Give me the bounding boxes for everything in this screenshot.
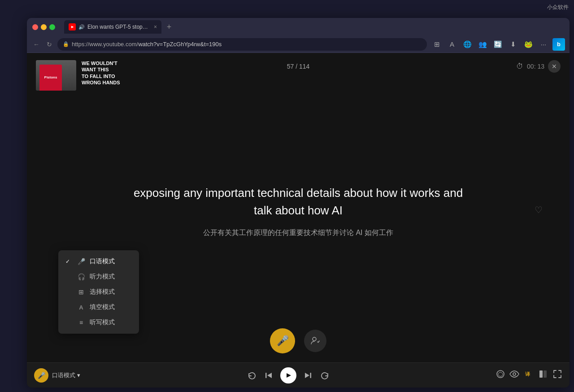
timer-text: 00: 13 [527, 63, 544, 70]
fill-label: 填空模式 [90, 303, 115, 311]
fill-icon: A [77, 304, 85, 311]
download-icon[interactable]: ⬇ [507, 38, 519, 51]
dictation-label: 听写模式 [90, 318, 115, 327]
active-tab[interactable]: 🔊 Elon wants GPT-5 stoppe... × [64, 20, 161, 34]
subtitle-chinese: 公开有关其工作原理的任何重要技术细节并讨论 AI 如何工作 [203, 228, 393, 238]
speaking-label: 口语模式 [90, 257, 115, 266]
slide-counter: 57 / 114 [287, 63, 310, 70]
mode-speaking[interactable]: ✓ 🎤 口语模式 [58, 254, 139, 269]
top-right-controls: ⏱ 00: 13 ✕ [516, 60, 561, 73]
next-button[interactable] [304, 371, 313, 380]
youtube-favicon [69, 23, 76, 30]
address-bar: ← ↻ 🔒 https://www.youtube.com/watch?v=Tp… [27, 36, 570, 53]
heart-icon[interactable]: ♡ [535, 205, 543, 215]
lock-icon: 🔒 [63, 41, 69, 47]
reader-icon[interactable]: A [446, 38, 458, 51]
no-check-2 [65, 289, 73, 295]
svg-rect-10 [544, 370, 547, 378]
frog-icon[interactable]: 🐸 [522, 38, 535, 51]
no-check [65, 274, 73, 280]
mode-selection[interactable]: ⊞ 选择模式 [58, 284, 139, 300]
bottom-mic-button[interactable]: 🎤 [34, 368, 48, 383]
svg-rect-9 [539, 370, 543, 378]
svg-point-7 [513, 373, 516, 375]
forward-button[interactable] [320, 370, 330, 380]
layout-button[interactable] [538, 369, 548, 381]
playback-controls [82, 367, 494, 383]
timer-display: 00: 13 [527, 63, 544, 70]
tab-bar: 🔊 Elon wants GPT-5 stoppe... × + [64, 20, 175, 34]
more-icon[interactable]: ··· [537, 38, 550, 51]
svg-point-0 [313, 337, 316, 341]
fullscreen-button[interactable] [552, 369, 562, 381]
grid-icon[interactable]: ⊞ [430, 38, 443, 51]
url-path: watch?v=TpZcGhYp4rw&t=190s [138, 41, 222, 48]
listening-icon: 🎧 [77, 273, 85, 280]
top-bar: Pistons WE WOULDN'TWANT THISTO FALL INTO… [27, 53, 570, 98]
timer-icon[interactable]: ⏱ [516, 62, 523, 70]
svg-marker-3 [287, 373, 291, 378]
prev-button[interactable] [264, 371, 273, 380]
listening-label: 听力模式 [90, 273, 115, 281]
tab-close-button[interactable]: × [154, 24, 157, 30]
traffic-lights [32, 24, 55, 30]
tab-label: Elon wants GPT-5 stoppe... [87, 24, 150, 30]
close-button[interactable]: ✕ [548, 60, 561, 73]
reload-button[interactable]: ↻ [45, 40, 54, 49]
url-bar[interactable]: 🔒 https://www.youtube.com/watch?v=TpZcGh… [57, 38, 427, 51]
check-icon: ✓ [65, 258, 73, 265]
new-tab-button[interactable]: + [163, 21, 175, 33]
play-button[interactable] [280, 367, 296, 383]
no-check-4 [65, 319, 73, 326]
title-bar: 🔊 Elon wants GPT-5 stoppe... × + [27, 18, 570, 36]
translate-button[interactable]: 译 [524, 369, 534, 381]
mode-dictation[interactable]: ≡ 听写模式 [58, 315, 139, 330]
browser-window: 🔊 Elon wants GPT-5 stoppe... × + ← ↻ 🔒 h… [27, 18, 570, 388]
svg-rect-1 [265, 373, 267, 378]
video-thumbnail: Pistons [36, 60, 76, 91]
svg-marker-5 [305, 373, 309, 378]
minimize-traffic-light[interactable] [41, 24, 47, 30]
thumbnail-caption: WE WOULDN'TWANT THISTO FALL INTOWRONG HA… [82, 60, 120, 86]
sync-icon[interactable]: 🔄 [491, 38, 504, 51]
selection-label: 选择模式 [90, 288, 115, 296]
close-traffic-light[interactable] [32, 24, 38, 30]
eye-button[interactable] [509, 369, 519, 381]
browser-toolbar: ⊞ A 🌐 👥 🔄 ⬇ 🐸 ··· b [430, 38, 565, 51]
mode-listening[interactable]: 🎧 听力模式 [58, 269, 139, 284]
back-button[interactable]: ← [31, 40, 41, 49]
subtitle-english: exposing any important technical details… [134, 184, 463, 219]
svg-marker-2 [267, 373, 272, 378]
bing-button[interactable]: b [552, 38, 565, 51]
replay-button[interactable] [247, 370, 257, 380]
main-mic-button[interactable]: 🎤 [270, 328, 295, 353]
bottom-toolbar: 🎤 口语模式 ▾ [27, 362, 570, 388]
dictation-icon: ≡ [77, 319, 85, 326]
selection-icon: ⊞ [77, 288, 85, 296]
mode-selector-label: 口语模式 [52, 371, 75, 379]
mode-dropdown: ✓ 🎤 口语模式 🎧 听力模式 ⊞ 选择模式 A 填空模式 [58, 250, 139, 334]
speaking-icon: 🎤 [77, 258, 85, 265]
main-content: Pistons WE WOULDN'TWANT THISTO FALL INTO… [27, 53, 570, 388]
thumbnail-image: Pistons [36, 60, 76, 91]
mode-selector[interactable]: 口语模式 ▾ [52, 371, 80, 379]
maximize-traffic-light[interactable] [49, 24, 55, 30]
no-check-3 [65, 304, 73, 310]
svg-rect-4 [310, 373, 311, 378]
collections-icon[interactable]: 👥 [476, 38, 489, 51]
url-text: https://www.youtube.com/watch?v=TpZcGhYp… [72, 41, 222, 48]
mode-fill[interactable]: A 填空模式 [58, 300, 139, 315]
svg-text:译: 译 [525, 371, 531, 377]
openai-button[interactable] [496, 370, 505, 381]
dropdown-arrow: ▾ [77, 372, 80, 379]
audio-icon: 🔊 [78, 24, 85, 30]
bottom-left-controls: 🎤 口语模式 ▾ [34, 368, 80, 383]
url-base: https://www.youtube.com/ [72, 41, 138, 48]
translate-icon[interactable]: 🌐 [461, 38, 474, 51]
watermark: 小众软件 [547, 4, 569, 11]
thumbnail-area: Pistons WE WOULDN'TWANT THISTO FALL INTO… [36, 60, 120, 91]
right-controls: 译 [496, 369, 562, 381]
secondary-mic-button[interactable] [304, 330, 326, 352]
